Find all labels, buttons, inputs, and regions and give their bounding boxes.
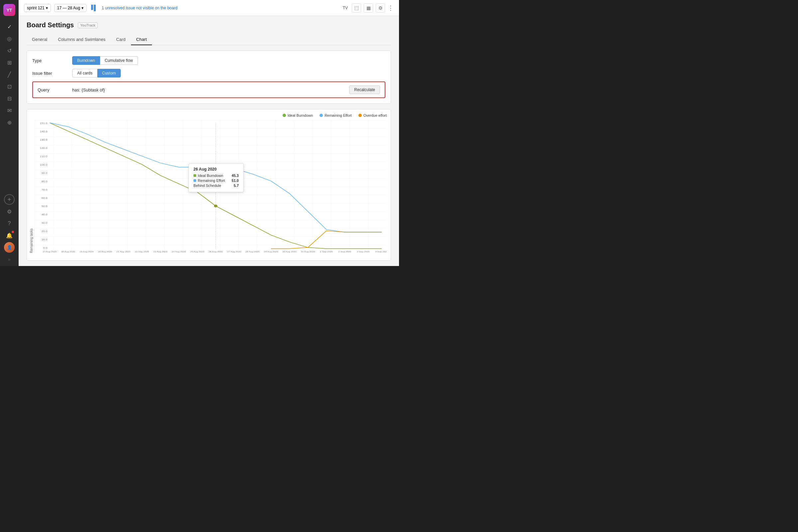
burndown-button[interactable]: Burndown — [72, 56, 100, 65]
svg-text:2 Sep 2020: 2 Sep 2020 — [339, 251, 352, 253]
recalculate-button[interactable]: Recalculate — [349, 86, 380, 94]
sidebar-icon-bell[interactable]: 🔔 — [4, 230, 15, 241]
settings-gear-button[interactable]: ⚙ — [376, 3, 385, 13]
sidebar-icon-grid[interactable]: ⊞ — [4, 57, 15, 68]
svg-text:40.0: 40.0 — [41, 213, 48, 216]
sidebar-icon-chart[interactable]: ╱ — [4, 69, 15, 80]
tooltip-behind-label: Behind Schedule — [193, 184, 221, 188]
sidebar: YT ✓ ◎ ↺ ⊞ ╱ ⊡ ⊟ ✉ ⊕ + ⚙ ? 🔔 👤 » — [0, 0, 19, 266]
app-logo[interactable]: YT — [3, 4, 15, 16]
svg-text:31 Aug 2020: 31 Aug 2020 — [301, 251, 315, 253]
topbar: sprint 121 ▾ 17 — 28 Aug ▾ 1 unresolved … — [19, 0, 399, 16]
sidebar-icon-apps[interactable]: ⊡ — [4, 81, 15, 92]
tv-button[interactable]: TV — [341, 4, 349, 12]
svg-text:0.0: 0.0 — [43, 246, 48, 249]
issue-filter-toggle-group: All cards Custom — [72, 69, 121, 77]
user-avatar[interactable]: 👤 — [4, 242, 15, 253]
svg-text:70.0: 70.0 — [41, 188, 48, 191]
svg-text:25 Aug 2020: 25 Aug 2020 — [190, 251, 205, 253]
all-cards-button[interactable]: All cards — [72, 69, 97, 77]
custom-button[interactable]: Custom — [97, 69, 121, 77]
svg-text:90.0: 90.0 — [41, 171, 48, 174]
tooltip-ideal-label: Ideal Burndown — [198, 174, 223, 177]
page-header: Board Settings YouTrack — [26, 21, 391, 29]
svg-text:22 Aug 2020: 22 Aug 2020 — [135, 251, 149, 253]
svg-text:1 Sep 2020: 1 Sep 2020 — [320, 251, 333, 253]
svg-text:29 Aug 2020: 29 Aug 2020 — [264, 251, 278, 253]
sidebar-collapse-icon[interactable]: » — [8, 257, 11, 262]
issue-filter-label: Issue filter — [32, 71, 72, 76]
svg-text:24 Aug 2020: 24 Aug 2020 — [172, 251, 186, 253]
svg-text:28 Aug 2020: 28 Aug 2020 — [245, 251, 260, 253]
chart-area: Ideal Burndown Remaining Effort Overdue … — [26, 109, 391, 261]
tooltip-behind-value: 5.7 — [234, 184, 239, 188]
svg-text:23 Aug 2020: 23 Aug 2020 — [153, 251, 168, 253]
svg-text:3 Sep 2020: 3 Sep 2020 — [357, 251, 370, 253]
sprint-label: sprint 121 — [27, 6, 44, 10]
tab-card[interactable]: Card — [111, 34, 131, 45]
svg-text:151.0: 151.0 — [40, 121, 48, 125]
ideal-burndown-label: Ideal Burndown — [288, 113, 313, 117]
tooltip-row-ideal: Ideal Burndown 45.3 — [193, 174, 239, 177]
tooltip-ideal-swatch — [193, 174, 196, 177]
date-dropdown-icon: ▾ — [81, 6, 83, 10]
sidebar-icon-refresh[interactable]: ↺ — [4, 45, 15, 56]
tooltip-ideal-value: 45.3 — [232, 174, 239, 177]
svg-text:18 Aug 2020: 18 Aug 2020 — [61, 251, 75, 253]
overdue-effort-dot — [358, 114, 362, 117]
tab-columns[interactable]: Columns and Swimlanes — [53, 34, 111, 45]
svg-text:60.0: 60.0 — [41, 196, 48, 199]
ideal-burndown-dot — [283, 114, 286, 117]
sidebar-icon-circle[interactable]: ◎ — [4, 33, 15, 44]
sidebar-icon-help[interactable]: ? — [4, 218, 15, 229]
chart-button[interactable]: ▦ — [364, 3, 373, 13]
add-button[interactable]: + — [4, 194, 15, 205]
cumulative-flow-button[interactable]: Cumulative flow — [100, 56, 138, 65]
sidebar-icon-layers[interactable]: ⊕ — [4, 117, 15, 128]
sidebar-icon-checkmark[interactable]: ✓ — [4, 21, 15, 32]
chart-inner: 151.0 140.0 130.0 120.0 110.0 100.0 90.0… — [35, 120, 387, 253]
tab-chart[interactable]: Chart — [131, 34, 152, 45]
svg-text:80.0: 80.0 — [41, 179, 48, 183]
chart-settings: Type Burndown Cumulative flow Issue filt… — [26, 51, 391, 104]
tooltip-remaining-value: 51.0 — [232, 178, 239, 183]
query-row: Query Recalculate — [32, 81, 385, 98]
svg-text:50.0: 50.0 — [41, 205, 48, 208]
svg-text:26 Aug 2020: 26 Aug 2020 — [208, 251, 223, 253]
settings-tabs: General Columns and Swimlanes Card Chart — [26, 34, 391, 45]
type-toggle-group: Burndown Cumulative flow — [72, 56, 138, 65]
chart-tooltip: 26 Aug 2020 Ideal Burndown 45.3 Rema — [189, 163, 244, 192]
svg-text:19 Aug 2020: 19 Aug 2020 — [79, 251, 94, 253]
svg-text:140.0: 140.0 — [40, 130, 48, 133]
svg-text:130.0: 130.0 — [40, 138, 48, 141]
board-chart-icon — [91, 5, 96, 11]
issue-filter-row: Issue filter All cards Custom — [32, 69, 385, 77]
more-options-button[interactable]: ⋮ — [388, 4, 394, 12]
legend-ideal-burndown: Ideal Burndown — [283, 113, 313, 117]
sidebar-icon-inbox[interactable]: ✉ — [4, 105, 15, 116]
chart-main: Remaining tasks 151.0 14 — [30, 120, 387, 253]
topbar-actions: TV ⬚ ▦ ⚙ ⋮ — [341, 3, 394, 13]
remaining-effort-dot — [320, 114, 323, 117]
sidebar-icon-book[interactable]: ⊟ — [4, 93, 15, 104]
sidebar-icon-settings[interactable]: ⚙ — [4, 206, 15, 217]
svg-text:20 Aug 2020: 20 Aug 2020 — [98, 251, 112, 253]
remaining-effort-label: Remaining Effort — [324, 113, 352, 117]
tooltip-remaining-label: Remaining Effort — [198, 178, 225, 183]
page-content: Board Settings YouTrack General Columns … — [19, 16, 399, 266]
export-button[interactable]: ⬚ — [352, 3, 361, 13]
svg-text:27 Aug 2020: 27 Aug 2020 — [227, 251, 241, 253]
svg-text:110.0: 110.0 — [40, 155, 48, 158]
query-input[interactable] — [72, 88, 346, 92]
page-title: Board Settings — [26, 21, 74, 29]
sprint-dropdown-icon: ▾ — [46, 6, 48, 10]
svg-text:120.0: 120.0 — [40, 146, 48, 149]
sprint-selector[interactable]: sprint 121 ▾ — [24, 4, 51, 12]
date-range-selector[interactable]: 17 — 28 Aug ▾ — [54, 4, 87, 12]
tab-general[interactable]: General — [26, 34, 53, 45]
tooltip-row-behind: Behind Schedule 5.7 — [193, 184, 239, 188]
type-label: Type — [32, 58, 72, 63]
unresolved-message[interactable]: 1 unresolved issue not visible on the bo… — [102, 6, 177, 10]
svg-text:30.0: 30.0 — [41, 221, 48, 224]
query-label: Query — [38, 88, 72, 92]
